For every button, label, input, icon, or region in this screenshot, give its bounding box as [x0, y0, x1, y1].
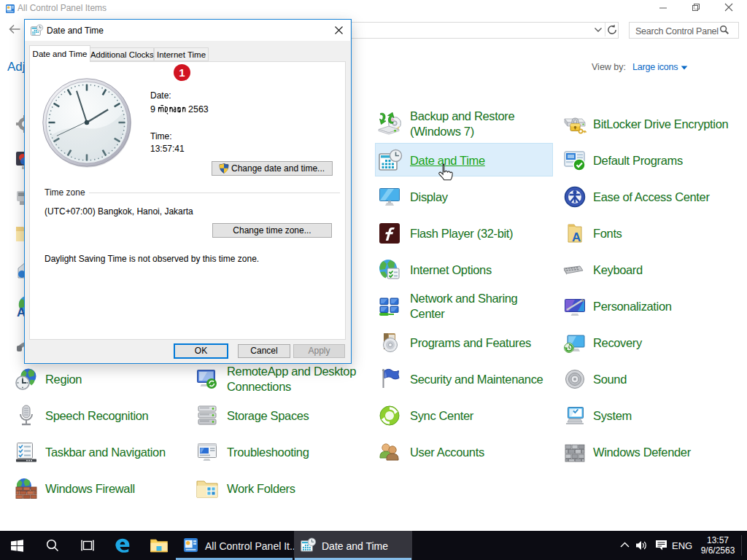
svg-text:2563: 2563 [188, 104, 209, 114]
svg-text:A: A [572, 230, 581, 244]
svg-text:9: 9 [150, 104, 155, 114]
